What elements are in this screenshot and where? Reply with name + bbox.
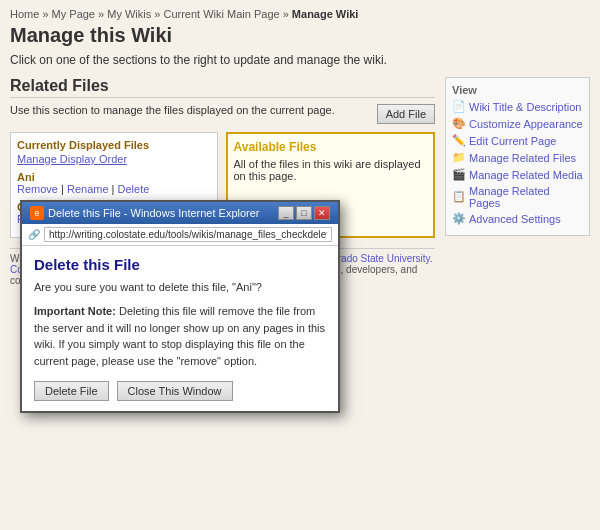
manage-display-order-link[interactable]: Manage Display Order (17, 153, 211, 165)
modal-address-bar: 🔗 (22, 224, 338, 246)
breadcrumb-mywikis[interactable]: My Wikis (107, 8, 151, 20)
modal-titlebar-title: Delete this File - Windows Internet Expl… (48, 207, 260, 219)
modal-controls: _ □ ✕ (278, 206, 330, 220)
settings-icon: ⚙️ (452, 212, 466, 226)
modal-note-label: Important Note: (34, 305, 116, 317)
sidebar-item-settings[interactable]: ⚙️ Advanced Settings (452, 212, 583, 226)
section-desc: Use this section to manage the files dis… (10, 104, 335, 116)
modal-close-button[interactable]: ✕ (314, 206, 330, 220)
available-files-desc: All of the files in this wiki are displa… (234, 158, 428, 182)
page-title: Manage this Wiki (10, 24, 590, 47)
sidebar-view-title: View (452, 84, 583, 96)
sidebar-item-title-desc[interactable]: 📄 Wiki Title & Description (452, 100, 583, 114)
modal-titlebar-left: e Delete this File - Windows Internet Ex… (30, 206, 260, 220)
sidebar-item-edit[interactable]: ✏️ Edit Current Page (452, 134, 583, 148)
sidebar-link-title-desc[interactable]: Wiki Title & Description (469, 101, 581, 113)
page-subtitle: Click on one of the sections to the righ… (10, 53, 590, 67)
add-file-button[interactable]: Add File (377, 104, 435, 124)
modal-title: Delete this File (34, 256, 326, 273)
file-actions-ani: Remove | Rename | Delete (17, 183, 211, 195)
delete-ani-link[interactable]: Delete (118, 183, 150, 195)
edit-icon: ✏️ (452, 134, 466, 148)
remove-ani-link[interactable]: Remove (17, 183, 58, 195)
file-name-ani: Ani (17, 171, 211, 183)
modal-body: Delete this File Are you sure you want t… (22, 246, 338, 411)
sidebar-link-media[interactable]: Manage Related Media (469, 169, 583, 181)
close-window-button[interactable]: Close This Window (117, 381, 233, 401)
rename-ani-link[interactable]: Rename (67, 183, 109, 195)
ie-icon: e (30, 206, 44, 220)
currently-displayed-title: Currently Displayed Files (17, 139, 211, 151)
available-files-title: Available Files (234, 140, 428, 154)
modal-question: Are you sure you want to delete this fil… (34, 281, 326, 293)
paint-icon: 🎨 (452, 117, 466, 131)
sidebar-item-pages[interactable]: 📋 Manage Related Pages (452, 185, 583, 209)
address-label: 🔗 (28, 229, 40, 240)
sidebar-link-settings[interactable]: Advanced Settings (469, 213, 561, 225)
modal-url-input[interactable] (44, 227, 332, 242)
modal-buttons: Delete File Close This Window (34, 381, 326, 401)
media-icon: 🎬 (452, 168, 466, 182)
breadcrumb: Home » My Page » My Wikis » Current Wiki… (10, 8, 590, 20)
file-icon: 📁 (452, 151, 466, 165)
file-entry-ani: Ani Remove | Rename | Delete (17, 171, 211, 195)
delete-file-button[interactable]: Delete File (34, 381, 109, 401)
modal-titlebar: e Delete this File - Windows Internet Ex… (22, 202, 338, 224)
modal-restore-button[interactable]: □ (296, 206, 312, 220)
modal-note: Important Note: Deleting this file will … (34, 303, 326, 369)
sidebar-item-media[interactable]: 🎬 Manage Related Media (452, 168, 583, 182)
breadcrumb-home[interactable]: Home (10, 8, 39, 20)
add-file-row: Use this section to manage the files dis… (10, 104, 435, 124)
sidebar-link-appearance[interactable]: Customize Appearance (469, 118, 583, 130)
breadcrumb-currentwiki[interactable]: Current Wiki Main Page (163, 8, 279, 20)
page-icon: 📄 (452, 100, 466, 114)
sidebar-item-appearance[interactable]: 🎨 Customize Appearance (452, 117, 583, 131)
right-sidebar: View 📄 Wiki Title & Description 🎨 Custom… (445, 77, 590, 236)
sidebar-link-edit[interactable]: Edit Current Page (469, 135, 556, 147)
sidebar-link-pages[interactable]: Manage Related Pages (469, 185, 583, 209)
breadcrumb-mypage[interactable]: My Page (52, 8, 95, 20)
modal-dialog: e Delete this File - Windows Internet Ex… (20, 200, 340, 413)
sidebar-item-files[interactable]: 📁 Manage Related Files (452, 151, 583, 165)
modal-minimize-button[interactable]: _ (278, 206, 294, 220)
breadcrumb-current: Manage Wiki (292, 8, 359, 20)
section-title: Related Files (10, 77, 435, 98)
pages-icon: 📋 (452, 190, 466, 204)
sidebar-link-files[interactable]: Manage Related Files (469, 152, 576, 164)
